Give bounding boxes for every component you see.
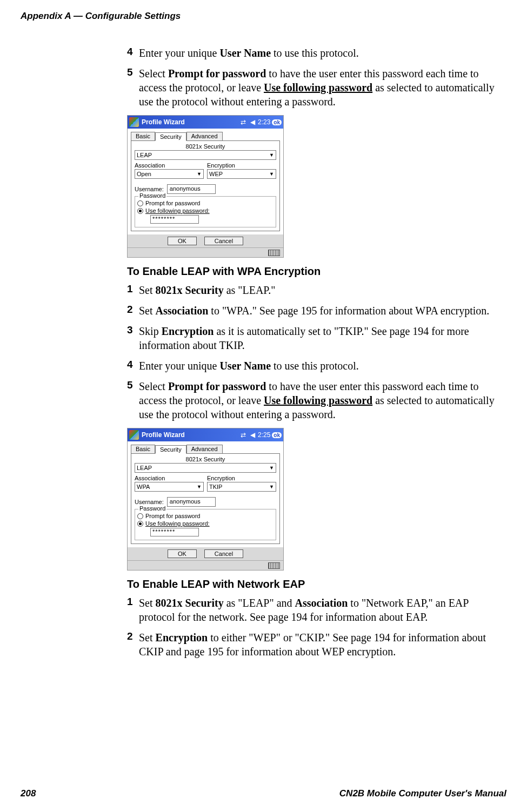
- volume-icon: ◀: [249, 118, 257, 126]
- s1-step-4: 4 Enter your unique User Name to use thi…: [127, 359, 506, 373]
- encryption-dropdown[interactable]: WEP ▼: [207, 169, 276, 179]
- window-title: Profile Wizard: [142, 118, 238, 126]
- section-heading: To Enable LEAP with Network EAP: [127, 578, 506, 590]
- windows-icon: [129, 430, 139, 440]
- titlebar: Profile Wizard ⇄ ◀ 2:25 ok: [128, 428, 283, 441]
- network-icon: ⇄: [239, 118, 247, 126]
- ok-button[interactable]: OK: [168, 549, 197, 558]
- bold-text: Prompt for password: [168, 380, 266, 392]
- tab-body: 8021x Security LEAP ▼ Association Open ▼…: [131, 140, 280, 231]
- text: to "WPA." See page 195 for information a…: [208, 305, 489, 317]
- step-text: Set 8021x Security as "LEAP" and Associa…: [139, 596, 506, 624]
- bold-text: 8021x Security: [156, 597, 224, 609]
- cancel-button[interactable]: Cancel: [204, 237, 243, 245]
- page-number: 208: [21, 788, 36, 799]
- text: Select: [139, 380, 168, 392]
- password-input[interactable]: ********: [150, 215, 199, 224]
- step-number: 2: [127, 630, 139, 659]
- bold-text: Encryption: [162, 325, 214, 337]
- step-number: 4: [127, 46, 139, 60]
- dropdown-value: Open: [137, 171, 151, 177]
- tabstrip: Basic Security Advanced: [128, 441, 283, 453]
- text: to use this protocol.: [271, 47, 359, 59]
- text: as "LEAP.": [224, 284, 276, 296]
- step-text: Select Prompt for password to have the u…: [139, 379, 506, 421]
- screenshot-2: Profile Wizard ⇄ ◀ 2:25 ok Basic Securit…: [127, 428, 284, 571]
- encryption-label: Encryption: [207, 162, 276, 169]
- step-number: 5: [127, 379, 139, 421]
- dropdown-value: WPA: [137, 484, 150, 490]
- password-fieldset: Password Prompt for password Use followi…: [135, 509, 276, 540]
- dropdown-value: WEP: [209, 171, 223, 177]
- section-heading: To Enable LEAP with WPA Encryption: [127, 265, 506, 278]
- tab-basic[interactable]: Basic: [131, 132, 155, 140]
- use-following-password-radio[interactable]: Use following password:: [137, 520, 273, 527]
- radio-icon: [137, 200, 143, 206]
- step-text: Set Association to "WPA." See page 195 f…: [139, 304, 489, 318]
- step-number: 1: [127, 596, 139, 624]
- step-number: 1: [127, 283, 139, 297]
- chevron-down-icon: ▼: [197, 484, 202, 489]
- chevron-down-icon: ▼: [269, 171, 274, 177]
- keyboard-icon[interactable]: [268, 250, 280, 256]
- text: Skip: [139, 325, 162, 337]
- radio-label: Prompt for password: [145, 513, 200, 519]
- prompt-password-radio[interactable]: Prompt for password: [137, 200, 273, 206]
- s1-step-3: 3 Skip Encryption as it is automatically…: [127, 324, 506, 352]
- tab-basic[interactable]: Basic: [131, 445, 155, 453]
- step-text: Enter your unique User Name to use this …: [139, 359, 359, 373]
- password-fieldset: Password Prompt for password Use followi…: [135, 196, 276, 227]
- window-title: Profile Wizard: [142, 431, 238, 439]
- cancel-button[interactable]: Cancel: [204, 549, 243, 558]
- tab-advanced[interactable]: Advanced: [186, 132, 223, 140]
- password-input[interactable]: ********: [150, 528, 199, 536]
- step-number: 4: [127, 359, 139, 373]
- keyboard-icon[interactable]: [268, 562, 280, 569]
- security-dropdown[interactable]: LEAP ▼: [135, 150, 276, 160]
- association-dropdown[interactable]: WPA ▼: [135, 482, 204, 492]
- step-4: 4 Enter your unique User Name to use thi…: [127, 46, 506, 60]
- bold-text: User Name: [219, 47, 271, 59]
- network-icon: ⇄: [239, 431, 247, 439]
- username-label: Username:: [135, 186, 164, 192]
- step-text: Set 8021x Security as "LEAP.": [139, 283, 275, 297]
- association-label: Association: [135, 475, 204, 481]
- username-input[interactable]: anonymous: [167, 184, 216, 194]
- step-number: 3: [127, 324, 139, 352]
- tab-security[interactable]: Security: [155, 445, 186, 454]
- username-input[interactable]: anonymous: [167, 497, 216, 507]
- encryption-label: Encryption: [207, 475, 276, 481]
- chevron-down-icon: ▼: [269, 465, 274, 471]
- ok-button[interactable]: OK: [168, 237, 197, 245]
- radio-icon: [137, 521, 143, 527]
- tab-security[interactable]: Security: [155, 132, 186, 141]
- use-following-password-radio[interactable]: Use following password:: [137, 207, 273, 214]
- soft-input-panel: [128, 560, 283, 570]
- bold-text: Association: [295, 597, 348, 609]
- encryption-dropdown[interactable]: TKIP ▼: [207, 482, 276, 492]
- text: as "LEAP" and: [224, 597, 295, 609]
- dropdown-value: TKIP: [209, 484, 222, 490]
- security-dropdown[interactable]: LEAP ▼: [135, 463, 276, 473]
- association-dropdown[interactable]: Open ▼: [135, 169, 204, 179]
- ok-badge[interactable]: ok: [272, 119, 282, 125]
- s1-step-2: 2 Set Association to "WPA." See page 195…: [127, 304, 506, 318]
- bold-text: Use following password: [264, 82, 372, 93]
- password-legend: Password: [138, 192, 166, 199]
- security-label: 8021x Security: [135, 456, 276, 462]
- ok-badge[interactable]: ok: [272, 432, 282, 438]
- step-text: Set Encryption to either "WEP" or "CKIP.…: [139, 630, 506, 659]
- radio-icon: [137, 513, 143, 519]
- tab-advanced[interactable]: Advanced: [186, 445, 223, 453]
- text: Select: [139, 68, 168, 79]
- security-label: 8021x Security: [135, 143, 276, 150]
- page-content: 4 Enter your unique User Name to use thi…: [0, 22, 527, 659]
- step-text: Select Prompt for password to have the u…: [139, 66, 506, 109]
- soft-input-panel: [128, 247, 283, 257]
- text: Set: [139, 597, 156, 609]
- button-bar: OK Cancel: [128, 234, 283, 247]
- radio-icon: [137, 208, 143, 214]
- association-label: Association: [135, 162, 204, 169]
- bold-text: Use following password: [264, 394, 372, 406]
- prompt-password-radio[interactable]: Prompt for password: [137, 513, 273, 519]
